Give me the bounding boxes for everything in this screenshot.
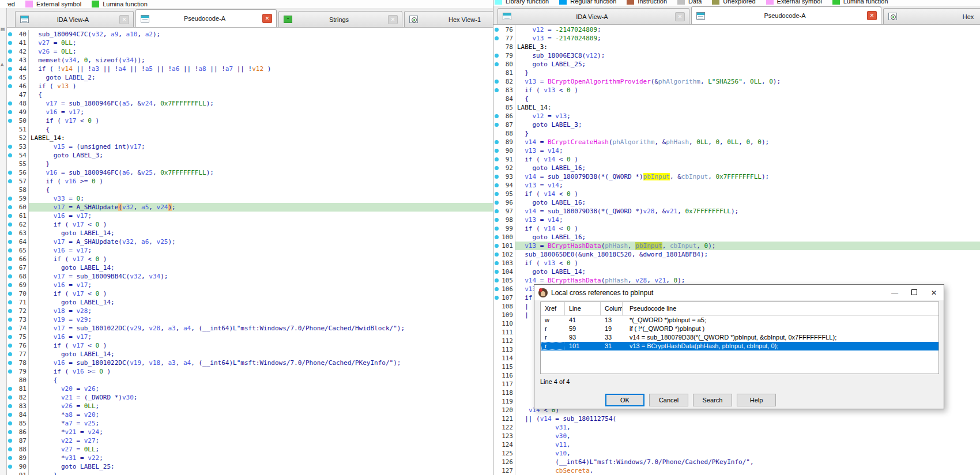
tab-close-icon[interactable]: ✕ <box>675 12 685 21</box>
breakpoint-dot-empty[interactable] <box>495 356 499 360</box>
gutter[interactable]: 84 <box>7 410 28 419</box>
gutter[interactable]: 51 <box>7 125 28 134</box>
code-text[interactable]: v14 = BCryptHashData(phHash, v28, v21, 0… <box>515 276 980 285</box>
code-text[interactable]: sub_180065DE0(&unk_18018C520, &dword_180… <box>515 250 980 259</box>
code-line-42[interactable]: 42 v26 = 0LL; <box>7 47 493 56</box>
code-text[interactable]: v16 = v17; <box>29 246 493 255</box>
breakpoint-dot-icon[interactable] <box>8 84 12 88</box>
pseudocode-view-left[interactable]: 40 sub_180094C7C(v32, a9, a10, a2);41 v2… <box>7 28 493 475</box>
breakpoint-dot-empty[interactable] <box>495 425 499 429</box>
breakpoint-dot-icon[interactable] <box>495 140 499 144</box>
xref-line[interactable]: 59 <box>565 325 601 333</box>
breakpoint-dot-icon[interactable] <box>495 227 499 231</box>
code-line-77[interactable]: 77 goto LABEL_14; <box>7 350 493 359</box>
gutter[interactable]: 85 <box>7 419 28 428</box>
xref-column[interactable]: 33 <box>601 333 623 342</box>
code-line-102[interactable]: 102 sub_180065DE0(&unk_18018C520, &dword… <box>493 250 980 259</box>
code-text[interactable]: v13 = BCryptHashData(phHash, pbInput, cb… <box>515 242 980 250</box>
code-line-89[interactable]: 89 *v31 = v22; <box>7 454 493 462</box>
xref-row-41[interactable]: w4113*(_QWORD *)pbInput = a5; <box>541 316 938 325</box>
gutter[interactable]: 40 <box>7 30 28 39</box>
xref-column[interactable]: 13 <box>601 316 623 325</box>
gutter[interactable]: 81 <box>7 384 28 393</box>
code-line-65[interactable]: 65 v16 = v17; <box>7 246 493 255</box>
gutter[interactable]: 71 <box>7 298 28 307</box>
gutter[interactable]: 49 <box>7 108 28 116</box>
gutter[interactable]: 70 <box>7 289 28 298</box>
code-text[interactable]: { <box>29 91 493 99</box>
gutter[interactable]: 107 <box>493 293 515 302</box>
code-text[interactable]: v13 = -2147024809; <box>515 34 980 43</box>
column-header-xref[interactable]: Xref <box>541 302 565 315</box>
breakpoint-dot-empty[interactable] <box>495 71 499 75</box>
code-text[interactable]: LABEL_14: <box>29 134 493 142</box>
code-text[interactable]: if ( v13 ) <box>29 82 493 91</box>
gutter[interactable]: 97 <box>493 207 515 216</box>
gutter[interactable]: 45 <box>7 73 28 82</box>
code-line-63[interactable]: 63 goto LABEL_14; <box>7 229 493 238</box>
code-text[interactable]: if ( v17 < 0 ) <box>29 220 493 229</box>
column-header-column[interactable]: Column <box>601 302 623 315</box>
breakpoint-dot-icon[interactable] <box>8 274 12 278</box>
xref-line[interactable]: 93 <box>565 333 601 342</box>
tab-ida-view-a[interactable]: IDA View-A✕ <box>497 8 689 24</box>
code-line-68[interactable]: 68 v17 = sub_18009BB4C(v32, v34); <box>7 272 493 281</box>
breakpoint-dot-icon[interactable] <box>8 465 12 469</box>
code-line-97[interactable]: 97 v14 = sub_180079D38(*(_QWORD *)v28, &… <box>493 207 980 216</box>
xref-pseudocode[interactable]: *(_QWORD *)pbInput = a5; <box>623 316 938 325</box>
gutter[interactable]: 105 <box>493 276 515 285</box>
gutter[interactable]: 88 <box>493 129 515 138</box>
tab-ida-view-a[interactable]: IDA View-A✕ <box>15 11 134 27</box>
breakpoint-dot-empty[interactable] <box>495 451 499 455</box>
gutter[interactable]: 82 <box>493 77 515 86</box>
code-text[interactable]: goto LABEL_14; <box>515 267 980 276</box>
gutter[interactable]: 69 <box>7 281 28 289</box>
code-line-72[interactable]: 72 v18 = v28; <box>7 307 493 315</box>
code-line-44[interactable]: 44 if ( !v14 || !a3 || !a4 || !a5 || !a6… <box>7 65 493 73</box>
code-text[interactable]: if ( v14 < 0 ) <box>515 190 980 198</box>
breakpoint-dot-icon[interactable] <box>8 76 12 80</box>
code-line-103[interactable]: 103 if ( v13 < 0 ) <box>493 259 980 267</box>
code-line-87[interactable]: 87 goto LABEL_3; <box>493 120 980 129</box>
code-line-76[interactable]: 76 v12 = -2147024809; <box>493 25 980 34</box>
xref-type[interactable]: r <box>541 333 565 342</box>
breakpoint-dot-empty[interactable] <box>495 313 499 317</box>
code-text[interactable]: v14 = BCryptCreateHash(phAlgorithm, &phH… <box>515 138 980 146</box>
code-text[interactable]: { <box>29 376 493 384</box>
code-line-49[interactable]: 49 v16 = v17; <box>7 108 493 116</box>
breakpoint-dot-empty[interactable] <box>8 127 12 131</box>
code-line-45[interactable]: 45 goto LABEL_2; <box>7 73 493 82</box>
gutter[interactable]: 72 <box>7 307 28 315</box>
minimize-icon[interactable]: — <box>885 289 904 297</box>
gutter[interactable]: 94 <box>493 181 515 190</box>
xref-row-59[interactable]: r5919if ( !*(_QWORD *)pbInput ) <box>541 325 938 333</box>
breakpoint-dot-icon[interactable] <box>495 201 499 205</box>
breakpoint-dot-icon[interactable] <box>8 119 12 123</box>
gutter[interactable]: 116 <box>493 371 515 380</box>
code-line-78[interactable]: 78 v16 = sub_1801022DC(v19, v18, a3, a4,… <box>7 359 493 367</box>
code-text[interactable]: (__int64)L"msft:Windows/7.0/Phone/Cached… <box>515 458 980 466</box>
gutter[interactable]: 89 <box>7 454 28 462</box>
code-line-86[interactable]: 86 v12 = v13; <box>493 112 980 120</box>
breakpoint-dot-empty[interactable] <box>495 408 499 412</box>
code-line-77[interactable]: 77 v13 = -2147024809; <box>493 34 980 43</box>
code-text[interactable]: } <box>29 471 493 475</box>
code-line-83[interactable]: 83 if ( v13 < 0 ) <box>493 86 980 95</box>
code-text[interactable]: v12 = v13; <box>515 112 980 120</box>
gutter[interactable]: 91 <box>7 471 28 475</box>
breakpoint-dot-empty[interactable] <box>495 97 499 101</box>
code-line-81[interactable]: 81 v20 = v26; <box>7 384 493 393</box>
code-line-92[interactable]: 92 goto LABEL_16; <box>493 164 980 172</box>
tab-close-icon[interactable]: ✕ <box>262 14 272 23</box>
code-text[interactable]: v14 = sub_180079D38(*(_QWORD *)pbInput, … <box>515 172 980 181</box>
gutter[interactable]: 109 <box>493 311 515 319</box>
breakpoint-dot-icon[interactable] <box>495 183 499 187</box>
gutter[interactable]: 115 <box>493 363 515 371</box>
gutter[interactable]: 106 <box>493 285 515 293</box>
breakpoint-dot-icon[interactable] <box>495 157 499 161</box>
breakpoint-dot-empty[interactable] <box>495 45 499 49</box>
tab-close-icon[interactable]: ✕ <box>388 15 398 24</box>
gutter[interactable]: 111 <box>493 328 515 337</box>
code-line-126[interactable]: 126 (__int64)L"msft:Windows/7.0/Phone/Ca… <box>493 458 980 466</box>
code-text[interactable]: v17 = sub_18009BB4C(v32, v34); <box>29 272 493 281</box>
